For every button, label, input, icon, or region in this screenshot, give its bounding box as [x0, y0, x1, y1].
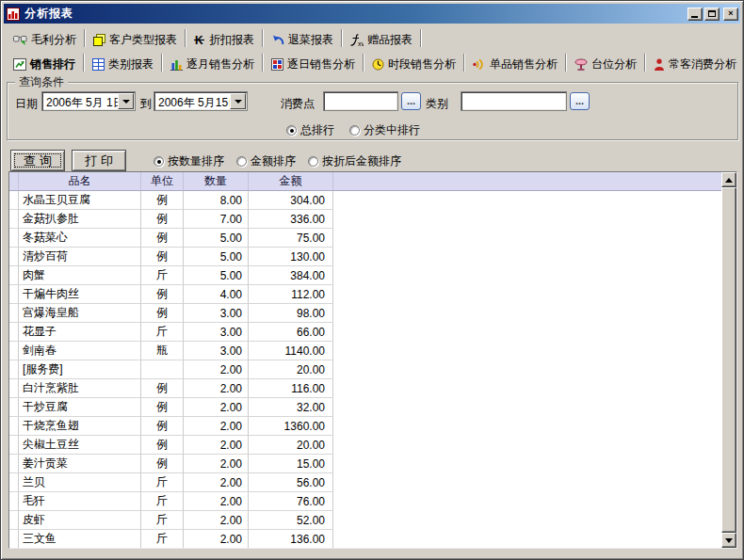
cell-unit: 例: [141, 248, 184, 266]
tab-single-item-sales-analysis[interactable]: 单品销售分析: [466, 54, 564, 75]
cell-blank: [9, 342, 19, 360]
tab-monthly-sales-analysis[interactable]: 逐月销售分析: [164, 54, 261, 75]
table-row[interactable]: 兰贝斤2.0056.00: [9, 473, 736, 492]
radio-selected-icon: [286, 125, 297, 136]
tab-separator: [262, 29, 264, 47]
consume-point-browse-button[interactable]: ...: [401, 92, 421, 110]
category-input[interactable]: [461, 91, 567, 111]
cell-qty: 5.00: [184, 266, 249, 285]
date-from-combobox[interactable]: 2006年 5月 1日: [41, 91, 136, 111]
category-browse-button[interactable]: ...: [570, 92, 590, 110]
cell-name: 干炒豆腐: [19, 398, 141, 417]
tab-returned-dish-report[interactable]: 退菜报表: [265, 29, 340, 51]
cell-amount: 130.00: [249, 248, 333, 266]
column-header-product-name[interactable]: 品名: [19, 172, 141, 191]
table-row[interactable]: 金菇扒参肚例7.00336.00: [9, 210, 736, 229]
table-row[interactable]: 清炒百荷例5.00130.00: [9, 248, 736, 266]
cell-unit: 例: [141, 398, 184, 417]
radio-ranking-within-category[interactable]: 分类中排行: [349, 122, 420, 138]
sales-ranking-grid: 品名单位数量金额 水晶玉贝豆腐例8.00304.00金菇扒参肚例7.00336.…: [8, 171, 737, 549]
column-header-quantity[interactable]: 数量: [184, 172, 249, 191]
radio-label: 总排行: [300, 122, 334, 138]
close-button[interactable]: ×: [723, 8, 738, 21]
tab-separator: [84, 29, 86, 47]
column-header-unit[interactable]: 单位: [141, 172, 184, 191]
tab-gross-profit-analysis[interactable]: 毛利分析: [7, 29, 83, 51]
cell-blank: [9, 455, 19, 473]
table-row[interactable]: 三文鱼斤2.00136.00: [9, 530, 736, 549]
window-title: 分析报表: [24, 6, 686, 22]
cell-amount: 32.00: [249, 398, 333, 417]
print-button[interactable]: 打印: [72, 150, 126, 171]
table-row[interactable]: 姜汁贡菜例2.0015.00: [9, 455, 736, 473]
table-row[interactable]: 肉蟹斤5.00384.00: [9, 266, 736, 285]
maximize-icon: [708, 10, 716, 17]
tab-table-seat-analysis[interactable]: 台位分析: [568, 54, 643, 75]
cell-name: 皮虾: [19, 511, 141, 530]
scroll-up-button[interactable]: [721, 172, 736, 187]
minimize-button[interactable]: [687, 8, 703, 21]
tab-separator: [161, 54, 163, 72]
tab-label: 逐月销售分析: [186, 56, 254, 72]
table-row[interactable]: 皮虾斤2.0052.00: [9, 511, 736, 530]
cell-name: 白汁烹紫肚: [19, 379, 141, 398]
tab-category-report[interactable]: 类别报表: [86, 54, 160, 75]
radio-sort-by-quantity[interactable]: 按数量排序: [154, 153, 224, 169]
query-conditions-groupbox: 查询条件 日期 2006年 5月 1日 到 2006年 5月15日 消费点 ..…: [7, 82, 738, 140]
radio-sort-by-amount[interactable]: 金额排序: [236, 153, 296, 169]
table-row[interactable]: 干炒豆腐例2.0032.00: [9, 398, 736, 417]
cell-name: 宫爆海皇船: [19, 304, 141, 323]
table-row[interactable]: 剑南春瓶3.001140.00: [9, 342, 736, 360]
undo-arrow-icon: [271, 35, 284, 46]
tab-separator: [341, 29, 343, 47]
ellipsis-icon: ...: [575, 96, 584, 105]
maximize-button[interactable]: [704, 8, 720, 21]
table-row[interactable]: 白汁烹紫肚例2.00116.00: [9, 379, 736, 398]
tab-discount-report[interactable]: K折扣报表: [187, 29, 261, 51]
cell-blank: [9, 248, 19, 266]
table-row[interactable]: [服务费]2.0020.00: [9, 360, 736, 379]
tab-time-period-sales-analysis[interactable]: 时段销售分析: [365, 54, 462, 75]
tab-label: 时段销售分析: [388, 56, 456, 72]
cell-amount: 112.00: [249, 285, 333, 304]
table-row[interactable]: 花显子斤3.0066.00: [9, 323, 736, 342]
cell-qty: 2.00: [184, 455, 249, 473]
column-header-amount[interactable]: 金额: [249, 172, 333, 191]
radio-sort-by-discounted-amount[interactable]: 按折后金额排序: [308, 153, 401, 169]
cell-qty: 3.00: [184, 304, 249, 323]
table-row[interactable]: 毛犴斤2.0076.00: [9, 492, 736, 511]
cell-blank: [333, 304, 736, 323]
cell-blank: [333, 266, 736, 285]
table-row[interactable]: 干烧烹鱼翅例2.001360.00: [9, 417, 736, 436]
query-button[interactable]: 查询: [10, 150, 65, 171]
date-to-combobox[interactable]: 2006年 5月15日: [154, 91, 248, 111]
table-row[interactable]: 冬菇菜心例5.0075.00: [9, 229, 736, 248]
cell-amount: 76.00: [249, 492, 333, 511]
table-row[interactable]: 尖椒土豆丝例2.0020.00: [9, 436, 736, 455]
table-row[interactable]: 干煸牛肉丝例4.00112.00: [9, 285, 736, 304]
date-to-dropdown-button[interactable]: [230, 93, 246, 109]
cell-blank: [333, 248, 736, 266]
cell-name: 金菇扒参肚: [19, 210, 141, 229]
table-row[interactable]: 水晶玉贝豆腐例8.00304.00: [9, 191, 736, 210]
cell-qty: 2.00: [184, 398, 249, 417]
radio-total-ranking[interactable]: 总排行: [286, 122, 334, 138]
consume-point-input[interactable]: [323, 91, 398, 111]
date-from-value: 2006年 5月 1日: [46, 95, 124, 111]
table-row[interactable]: 宫爆海皇船例3.0098.00: [9, 304, 736, 323]
scroll-down-button[interactable]: [721, 533, 736, 548]
cell-blank: [9, 210, 19, 229]
tab-sales-ranking[interactable]: 销售排行: [7, 54, 82, 75]
tab-gift-report[interactable]: xy赠品报表: [344, 29, 419, 51]
tab-regular-customer-analysis[interactable]: 常客消费分析: [647, 54, 743, 75]
cell-blank: [333, 229, 736, 248]
date-from-dropdown-button[interactable]: [118, 93, 134, 109]
scrollbar-thumb[interactable]: [721, 187, 736, 533]
tab-customer-type-report[interactable]: 客户类型报表: [87, 29, 184, 51]
vertical-scrollbar[interactable]: [721, 172, 736, 548]
tab-daily-sales-analysis[interactable]: 逐日销售分析: [265, 54, 362, 75]
close-icon: ×: [728, 9, 733, 18]
cell-unit: 瓶: [141, 342, 184, 360]
arrow-up-icon: [725, 178, 733, 183]
cell-unit: 例: [141, 191, 184, 210]
